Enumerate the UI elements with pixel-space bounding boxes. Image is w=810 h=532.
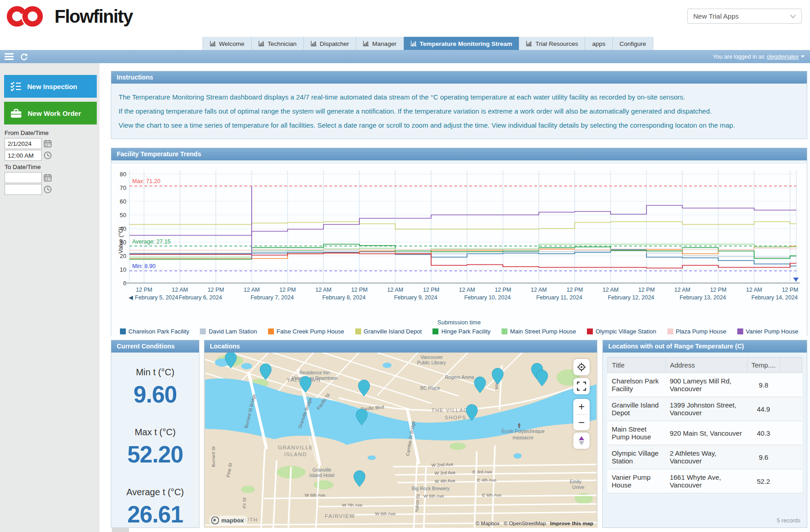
legend-item-main-street-pump-house[interactable]: Main Street Pump House	[502, 328, 576, 335]
username-link[interactable]: olegdev\alex	[767, 54, 799, 60]
series-charelson-park-facility[interactable]	[129, 250, 796, 266]
cell-blank	[780, 373, 802, 397]
svg-text:Max: 71.20: Max: 71.20	[132, 178, 160, 184]
map-poi-label: Unive	[572, 485, 585, 490]
stat-label: Min t (°C)	[111, 367, 199, 378]
tab-trial-resources[interactable]: Trial Resources	[519, 37, 585, 50]
map-poi-label: Rogers Arena	[445, 375, 474, 380]
table-row[interactable]: Charelson Park Facility900 Lameys Mill R…	[608, 373, 802, 397]
compass-south-icon	[579, 441, 584, 445]
cell-temp: 9.6	[747, 445, 780, 469]
tab-manager[interactable]: Manager	[356, 37, 403, 50]
temperature-chart[interactable]: Value (°C) 01020304050607080Max: 71.20Av…	[111, 164, 807, 339]
osm-attribution-link[interactable]: © OpenStreetMap	[504, 521, 546, 526]
tab-label: Technician	[268, 40, 297, 47]
table-row[interactable]: Main Street Pump House920 Main St, Vanco…	[608, 421, 802, 445]
svg-text:February 12, 2024: February 12, 2024	[608, 294, 654, 301]
map-poi-label: Island Hotel	[309, 473, 334, 478]
improve-map-link[interactable]: Improve this map	[550, 521, 593, 526]
zoom-out-button[interactable]: −	[573, 415, 590, 430]
legend-item-hinge-park-facility[interactable]: Hinge Park Facility	[432, 328, 490, 335]
chart-plot-area[interactable]: 01020304050607080Max: 71.20Average: 27.1…	[111, 164, 807, 306]
cell-title: Olympic Village Station	[608, 445, 666, 469]
table-row[interactable]: Olympic Village Station2 Athletes Way, V…	[608, 445, 802, 469]
svg-text:Average: 27.15: Average: 27.15	[132, 239, 171, 245]
bar-chart-icon	[363, 41, 369, 46]
clock-icon[interactable]	[44, 151, 52, 159]
zoom-controls: + −	[573, 399, 590, 430]
column-header-title[interactable]: Title	[608, 358, 666, 373]
menu-icon[interactable]	[5, 53, 14, 60]
calendar-icon[interactable]	[44, 174, 52, 182]
calendar-icon[interactable]	[44, 139, 52, 148]
tab-configure[interactable]: Configure	[613, 37, 654, 50]
legend-item-false-creek-pump-house[interactable]: False Creek Pump House	[268, 328, 344, 335]
legend-swatch	[587, 328, 593, 334]
column-header-temp[interactable]: Temp....	[747, 358, 780, 373]
legend-item-granville-island-depot[interactable]: Granville Island Depot	[355, 328, 422, 335]
tab-temperature-monitoring-stream[interactable]: Temperature Monitoring Stream	[404, 37, 520, 50]
map-attribution: © Mapbox © OpenStreetMap Improve this ma…	[473, 521, 593, 526]
refresh-icon[interactable]	[20, 53, 28, 61]
series-granville-island-depot[interactable]	[129, 222, 796, 229]
svg-text:◀: ◀	[129, 294, 133, 301]
scrollbar-sliver[interactable]	[112, 528, 129, 532]
top-header: Flowfinity New Trial Apps	[0, 0, 810, 37]
tab-technician[interactable]: Technician	[252, 37, 304, 50]
column-header-address[interactable]: Address	[666, 358, 747, 373]
table-row[interactable]: Granville Island Depot1399 Johnston Stre…	[608, 397, 802, 421]
tab-dispatcher[interactable]: Dispatcher	[304, 37, 357, 50]
map-area-label: SHOPS	[445, 415, 467, 420]
column-header-blank[interactable]	[780, 358, 802, 373]
series-vanier-pump-house[interactable]	[129, 205, 796, 235]
svg-text:12 PM: 12 PM	[567, 287, 583, 293]
svg-text:12 PM: 12 PM	[351, 287, 368, 293]
map-street-label: Fir St	[242, 497, 247, 508]
geolocate-button[interactable]	[573, 359, 590, 375]
legend-label: Charelson Park Facility	[129, 328, 189, 335]
mapbox-attribution-link[interactable]: © Mapbox	[476, 521, 500, 526]
map-street-label: W 8th Ave	[375, 511, 396, 516]
zoom-in-button[interactable]: +	[573, 399, 590, 414]
flowfinity-logo: Flowfinity	[5, 4, 133, 29]
cell-title: Charelson Park Facility	[608, 373, 666, 397]
legend-item-plaza-pump-house[interactable]: Plaza Pump House	[667, 328, 726, 335]
tab-welcome[interactable]: Welcome	[203, 37, 252, 50]
tab-apps[interactable]: apps	[585, 37, 612, 50]
table-row[interactable]: Vanier Pump House1661 Whyte Ave, Vancouv…	[608, 469, 802, 493]
svg-text:February 5, 2024: February 5, 2024	[135, 294, 178, 301]
svg-text:February 8, 2024: February 8, 2024	[322, 294, 365, 301]
map-canvas[interactable]: YALETOWNGRANVILLEISLANDTHE VILLAGESHOPSF…	[204, 353, 597, 528]
legend-item-charelson-park-facility[interactable]: Charelson Park Facility	[120, 328, 189, 335]
map-image[interactable]: YALETOWNGRANVILLEISLANDTHE VILLAGESHOPSF…	[204, 353, 597, 528]
from-date-input[interactable]	[5, 138, 42, 149]
app-selector-value: New Trial Apps	[693, 12, 739, 20]
svg-text:12 PM: 12 PM	[423, 287, 439, 293]
current-conditions-header: Current Conditions	[111, 340, 199, 353]
svg-text:February 13, 2024: February 13, 2024	[680, 294, 726, 301]
cell-address: 920 Main St, Vancouver	[666, 421, 747, 445]
to-date-input[interactable]	[5, 172, 42, 183]
svg-text:February 9, 2024: February 9, 2024	[394, 294, 437, 301]
user-menu-caret-icon[interactable]	[801, 55, 805, 58]
new-inspection-button[interactable]: New Inspection	[4, 75, 97, 98]
clock-icon[interactable]	[44, 185, 52, 194]
chevron-down-icon	[790, 15, 796, 18]
svg-text:February 7, 2024: February 7, 2024	[250, 294, 293, 301]
legend-label: Vanier Pump House	[746, 328, 798, 335]
series-olympic-village-station[interactable]	[129, 253, 796, 268]
fullscreen-button[interactable]	[573, 378, 590, 394]
from-time-input[interactable]	[5, 150, 42, 161]
legend-item-vanier-pump-house[interactable]: Vanier Pump House	[737, 328, 798, 335]
to-time-input[interactable]	[5, 184, 42, 195]
new-work-order-button[interactable]: New Work Order	[4, 102, 97, 124]
cell-title: Main Street Pump House	[608, 421, 666, 445]
app-selector-dropdown[interactable]: New Trial Apps	[687, 9, 802, 24]
svg-text:12 PM: 12 PM	[279, 287, 296, 293]
svg-text:12 AM: 12 AM	[746, 287, 762, 293]
legend-item-david-lam-station[interactable]: David Lam Station	[200, 328, 257, 335]
svg-text:February 6, 2024: February 6, 2024	[179, 294, 222, 301]
legend-item-olympic-village-station[interactable]: Olympic Village Station	[587, 328, 656, 335]
compass-button[interactable]	[573, 433, 590, 449]
instruction-paragraph: The Temperature Monitoring Stream dashbo…	[119, 93, 800, 101]
